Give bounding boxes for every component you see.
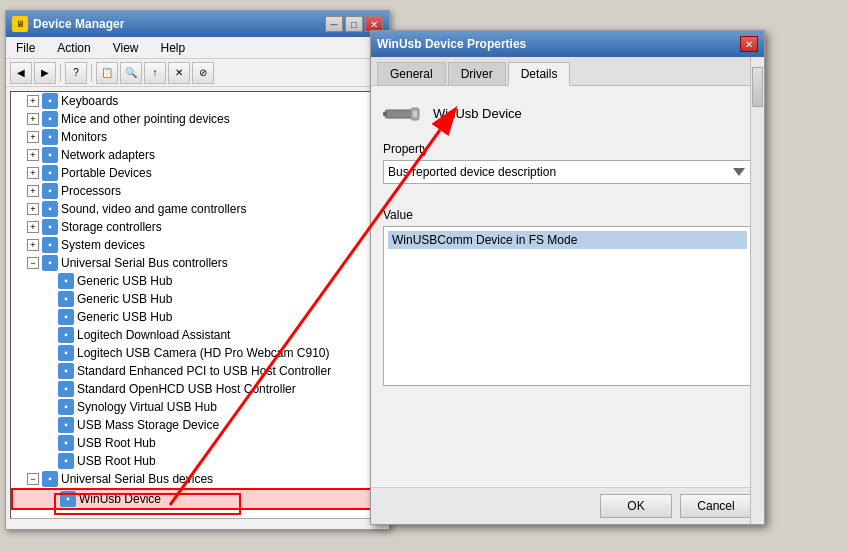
tree-item[interactable]: ▪Generic USB Hub — [11, 272, 384, 290]
dialog-scrollbar[interactable] — [750, 57, 764, 524]
expand-icon[interactable]: + — [27, 131, 39, 143]
expand-icon[interactable]: + — [27, 149, 39, 161]
tree-item[interactable]: +▪Sound, video and game controllers — [11, 200, 384, 218]
svg-rect-1 — [383, 112, 387, 116]
tree-item[interactable]: ▪Generic USB Hub — [11, 290, 384, 308]
device-icon: ▪ — [42, 237, 58, 253]
disable-btn[interactable]: ⊘ — [192, 62, 214, 84]
device-icon: ▪ — [58, 453, 74, 469]
tree-item[interactable]: ▪Standard OpenHCD USB Host Controller — [11, 380, 384, 398]
expand-icon[interactable]: + — [27, 185, 39, 197]
dialog-device-name: WinUsb Device — [433, 106, 522, 121]
dialog-tabs: General Driver Details — [371, 57, 764, 86]
tree-item[interactable]: +▪Portable Devices — [11, 164, 384, 182]
device-icon: ▪ — [42, 147, 58, 163]
dialog-content: WinUsb Device Property Bus reported devi… — [371, 86, 764, 408]
device-icon: ▪ — [58, 363, 74, 379]
menu-view[interactable]: View — [107, 39, 145, 57]
menu-file[interactable]: File — [10, 39, 41, 57]
tab-general[interactable]: General — [377, 62, 446, 86]
tree-item-label: Standard OpenHCD USB Host Controller — [77, 382, 296, 396]
tree-item[interactable]: ▪Logitech Download Assistant — [11, 326, 384, 344]
tree-item[interactable]: ▪Standard Enhanced PCI to USB Host Contr… — [11, 362, 384, 380]
maximize-button[interactable]: □ — [345, 16, 363, 32]
menu-help[interactable]: Help — [155, 39, 192, 57]
tree-item[interactable]: ▪Logitech USB Camera (HD Pro Webcam C910… — [11, 344, 384, 362]
device-manager-icon: 🖥 — [12, 16, 28, 32]
winusb-dialog: WinUsb Device Properties ✕ General Drive… — [370, 30, 765, 525]
tree-item[interactable]: +▪Keyboards — [11, 92, 384, 110]
tree-item[interactable]: −▪Universal Serial Bus controllers — [11, 254, 384, 272]
property-select[interactable]: Bus reported device description — [383, 160, 752, 184]
tree-item-label: System devices — [61, 238, 145, 252]
collapse-icon[interactable]: − — [27, 257, 39, 269]
expand-icon[interactable]: + — [27, 167, 39, 179]
tree-item[interactable]: ▪USB Mass Storage Device — [11, 416, 384, 434]
back-button[interactable]: ◀ — [10, 62, 32, 84]
tree-item[interactable]: ▪Synology Virtual USB Hub — [11, 398, 384, 416]
forward-button[interactable]: ▶ — [34, 62, 56, 84]
menu-action[interactable]: Action — [51, 39, 96, 57]
ok-button[interactable]: OK — [600, 494, 672, 518]
tree-item[interactable]: +▪System devices — [11, 236, 384, 254]
device-icon: ▪ — [42, 183, 58, 199]
device-icon: ▪ — [42, 255, 58, 271]
device-icon: ▪ — [58, 345, 74, 361]
svg-rect-0 — [385, 110, 413, 118]
tree-item-label: Monitors — [61, 130, 107, 144]
tab-details[interactable]: Details — [508, 62, 571, 86]
device-tree[interactable]: +▪Keyboards+▪Mice and other pointing dev… — [10, 91, 385, 519]
tree-item-label: Mice and other pointing devices — [61, 112, 230, 126]
device-header: WinUsb Device — [383, 98, 752, 128]
tree-item[interactable]: +▪Storage controllers — [11, 218, 384, 236]
tree-item-label: Processors — [61, 184, 121, 198]
tree-item-label: WinUsb Device — [79, 492, 161, 506]
cancel-button[interactable]: Cancel — [680, 494, 752, 518]
expand-icon[interactable]: + — [27, 203, 39, 215]
tree-item[interactable]: +▪Network adapters — [11, 146, 384, 164]
tree-item[interactable]: ▪USB Root Hub — [11, 434, 384, 452]
expand-icon[interactable]: + — [27, 239, 39, 251]
expand-icon[interactable]: + — [27, 113, 39, 125]
help-toolbar-btn[interactable]: ? — [65, 62, 87, 84]
device-icon: ▪ — [42, 201, 58, 217]
tree-item-label: Synology Virtual USB Hub — [77, 400, 217, 414]
dialog-close-button[interactable]: ✕ — [740, 36, 758, 52]
device-icon: ▪ — [42, 93, 58, 109]
device-icon: ▪ — [58, 291, 74, 307]
tree-item[interactable]: ▪WinUsb Device — [11, 488, 384, 510]
expand-icon[interactable]: + — [27, 95, 39, 107]
tree-item-label: Logitech USB Camera (HD Pro Webcam C910) — [77, 346, 330, 360]
toolbar-sep-2 — [91, 64, 92, 82]
device-icon: ▪ — [58, 417, 74, 433]
tree-item[interactable]: +▪Monitors — [11, 128, 384, 146]
tree-item-label: Universal Serial Bus devices — [61, 472, 213, 486]
tree-item-label: USB Root Hub — [77, 454, 156, 468]
toolbar: ◀ ▶ ? 📋 🔍 ↑ ✕ ⊘ — [6, 59, 389, 87]
scan-btn[interactable]: 🔍 — [120, 62, 142, 84]
minimize-button[interactable]: ─ — [325, 16, 343, 32]
properties-btn[interactable]: 📋 — [96, 62, 118, 84]
tree-item[interactable]: −▪Universal Serial Bus devices — [11, 470, 384, 488]
device-icon: ▪ — [58, 399, 74, 415]
tree-item-label: Logitech Download Assistant — [77, 328, 230, 342]
tree-item-label: Sound, video and game controllers — [61, 202, 246, 216]
tree-item[interactable]: +▪Processors — [11, 182, 384, 200]
expand-icon[interactable]: + — [27, 221, 39, 233]
title-bar: 🖥 Device Manager ─ □ ✕ — [6, 11, 389, 37]
svg-rect-3 — [413, 111, 417, 117]
dialog-title: WinUsb Device Properties — [377, 37, 526, 51]
tree-item-label: Portable Devices — [61, 166, 152, 180]
tree-item-label: Generic USB Hub — [77, 292, 172, 306]
tree-item[interactable]: ▪Generic USB Hub — [11, 308, 384, 326]
tab-driver[interactable]: Driver — [448, 62, 506, 86]
update-btn[interactable]: ↑ — [144, 62, 166, 84]
tree-item[interactable]: +▪Mice and other pointing devices — [11, 110, 384, 128]
dialog-scrollbar-thumb — [752, 67, 763, 107]
collapse-icon[interactable]: − — [27, 473, 39, 485]
tree-item-label: Generic USB Hub — [77, 310, 172, 324]
tree-item[interactable]: ▪USB Root Hub — [11, 452, 384, 470]
menu-bar: File Action View Help — [6, 37, 389, 59]
device-icon: ▪ — [42, 219, 58, 235]
uninstall-btn[interactable]: ✕ — [168, 62, 190, 84]
